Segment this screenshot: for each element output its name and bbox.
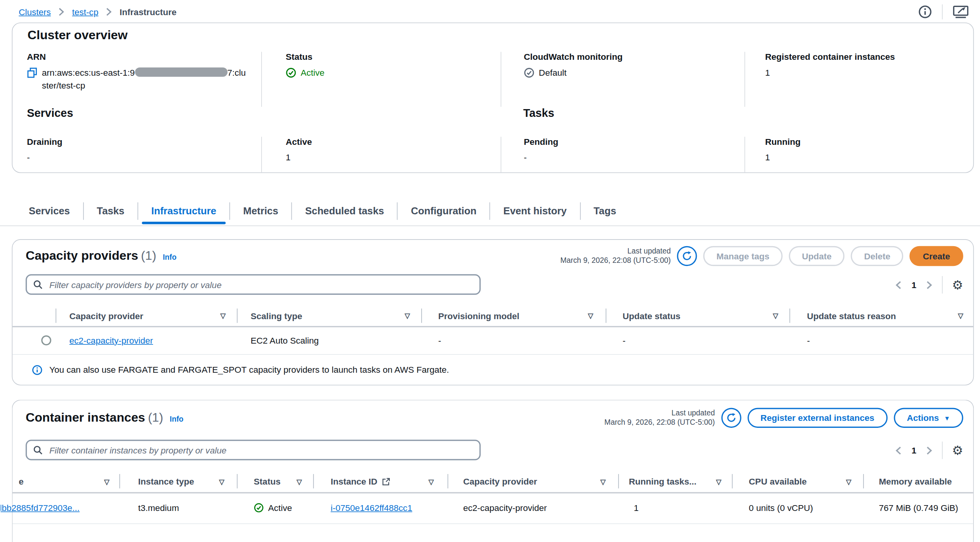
- capacity-page-number[interactable]: 1: [912, 280, 917, 290]
- instances-info-link[interactable]: Info: [170, 415, 183, 424]
- instances-page-number[interactable]: 1: [912, 445, 917, 455]
- refresh-icon: [682, 251, 692, 261]
- breadcrumb: Clusters test-cp Infrastructure: [19, 7, 176, 17]
- instances-refresh-button[interactable]: [721, 408, 741, 427]
- update-button[interactable]: Update: [789, 246, 845, 266]
- capacity-filter: [26, 274, 481, 295]
- col-status[interactable]: Status: [254, 476, 281, 486]
- ecs-cluster-page: Clusters test-cp Infrastructure Cluster …: [0, 0, 980, 542]
- active-services-label: Active: [286, 137, 500, 147]
- cloudwatch-value: Default: [539, 66, 567, 80]
- tab-tags[interactable]: Tags: [581, 197, 630, 226]
- cluster-arn-value: arn:aws:ecs:us-east-1:97:cluster/test-cp: [42, 66, 248, 93]
- scaling-type-value: EC2 Auto Scaling: [251, 335, 319, 345]
- sort-icon[interactable]: ▽: [600, 478, 606, 486]
- container-instances-panel: Container instances (1) Info Last update…: [12, 400, 974, 542]
- tasks-section-title: Tasks: [523, 107, 554, 120]
- instances-filter-input[interactable]: [48, 445, 473, 456]
- next-page-button[interactable]: [926, 280, 933, 289]
- sort-icon[interactable]: ▽: [220, 312, 226, 320]
- info-icon[interactable]: [918, 5, 932, 19]
- sort-icon[interactable]: ▽: [104, 478, 110, 486]
- status-value: Active: [301, 66, 324, 80]
- arn-label: ARN: [27, 52, 261, 62]
- instance-id-link[interactable]: i-0750e1462ff488cc1: [331, 503, 412, 513]
- tab-scheduled-tasks[interactable]: Scheduled tasks: [292, 197, 397, 226]
- col-update-status-reason[interactable]: Update status reason: [807, 311, 896, 321]
- actions-button[interactable]: Actions▼: [894, 408, 963, 427]
- row-radio-button[interactable]: [41, 335, 51, 345]
- col-update-status[interactable]: Update status: [623, 311, 680, 321]
- next-page-button[interactable]: [926, 446, 933, 455]
- sort-icon[interactable]: ▽: [588, 312, 593, 320]
- col-capacity-provider[interactable]: Capacity provider: [70, 311, 143, 321]
- col-capacity-provider[interactable]: Capacity provider: [463, 476, 537, 486]
- sort-icon[interactable]: ▽: [296, 478, 302, 486]
- delete-button[interactable]: Delete: [851, 246, 903, 266]
- col-scaling-type[interactable]: Scaling type: [251, 311, 302, 321]
- info-icon: [32, 365, 42, 375]
- col-cpu-available[interactable]: CPU available: [749, 476, 807, 486]
- register-external-instances-button[interactable]: Register external instances: [747, 408, 887, 427]
- cpu-available-value: 0 units (0 vCPU): [749, 503, 813, 513]
- sort-icon[interactable]: ▽: [846, 478, 851, 486]
- sort-icon[interactable]: ▽: [429, 478, 434, 486]
- col-provisioning-model[interactable]: Provisioning model: [438, 311, 520, 321]
- cluster-overview-panel: Cluster overview ARN arn:aws:ecs:us-east…: [12, 23, 974, 173]
- table-settings-icon[interactable]: ⚙: [952, 278, 963, 291]
- tab-metrics[interactable]: Metrics: [230, 197, 291, 226]
- create-button[interactable]: Create: [910, 246, 963, 266]
- tab-configuration[interactable]: Configuration: [398, 197, 490, 226]
- capacity-providers-title: Capacity providers: [26, 248, 138, 262]
- capacity-provider-link[interactable]: ec2-capacity-provider: [70, 335, 153, 345]
- running-tasks-value: 1: [634, 503, 639, 513]
- breadcrumb-cluster-link[interactable]: test-cp: [72, 7, 99, 17]
- table-settings-icon[interactable]: ⚙: [952, 444, 963, 457]
- sort-icon[interactable]: ▽: [219, 478, 225, 486]
- col-instance-type[interactable]: Instance type: [138, 476, 194, 486]
- services-section-title: Services: [27, 107, 73, 120]
- sort-icon[interactable]: ▽: [773, 312, 778, 320]
- prev-page-button[interactable]: [895, 446, 902, 455]
- external-link-icon: [382, 478, 390, 486]
- registered-instances-value: 1: [765, 66, 770, 80]
- sort-icon[interactable]: ▽: [716, 478, 722, 486]
- col-memory-available[interactable]: Memory available: [879, 476, 952, 486]
- col-instance-id[interactable]: Instance ID: [331, 476, 377, 486]
- manage-tags-button[interactable]: Manage tags: [703, 246, 783, 266]
- capacity-table-header: Capacity provider▽ Scaling type▽ Provisi…: [12, 306, 973, 327]
- chevron-right-icon: [58, 7, 65, 16]
- memory-available-value: 767 MiB (0.749 GiB): [879, 503, 958, 513]
- cluster-tabs: Services Tasks Infrastructure Metrics Sc…: [16, 197, 629, 226]
- feedback-tools-icon[interactable]: [953, 5, 969, 19]
- pager-divider: [942, 441, 943, 459]
- copy-icon[interactable]: [27, 68, 37, 78]
- redacted-account-id: [135, 68, 227, 77]
- tab-event-history[interactable]: Event history: [490, 197, 580, 226]
- capacity-info-link[interactable]: Info: [163, 253, 176, 262]
- instances-table-row: dbb2885fd772903e... t3.medium Active i-0…: [12, 492, 973, 524]
- capacity-filter-input[interactable]: [48, 279, 473, 290]
- sort-icon[interactable]: ▽: [958, 312, 963, 320]
- tab-tasks[interactable]: Tasks: [84, 197, 138, 226]
- cluster-overview-title: Cluster overview: [28, 28, 128, 42]
- instance-type-value: t3.medium: [138, 503, 179, 513]
- prev-page-button[interactable]: [895, 280, 902, 289]
- draining-value: -: [27, 151, 30, 164]
- instances-table-header: e▽ Instance type▽ Status▽ Instance ID ▽ …: [12, 471, 973, 493]
- tab-infrastructure[interactable]: Infrastructure: [138, 197, 230, 226]
- tabs-bottom-rule: [0, 226, 980, 226]
- col-container-instance-truncated[interactable]: e: [19, 476, 24, 486]
- col-running-tasks[interactable]: Running tasks...: [629, 476, 696, 486]
- row-capacity-provider-value: ec2-capacity-provider: [463, 503, 547, 513]
- tab-services[interactable]: Services: [16, 197, 83, 226]
- cloudwatch-default-icon: [524, 68, 534, 78]
- capacity-table-row: ec2-capacity-provider EC2 Auto Scaling -…: [12, 326, 973, 355]
- capacity-refresh-button[interactable]: [677, 246, 697, 266]
- status-active-icon: [286, 68, 296, 78]
- breadcrumb-clusters-link[interactable]: Clusters: [19, 7, 51, 17]
- search-icon: [33, 280, 43, 290]
- container-instance-link[interactable]: dbb2885fd772903e...: [1, 503, 80, 513]
- sort-icon[interactable]: ▽: [405, 312, 410, 320]
- status-label: Status: [286, 52, 500, 62]
